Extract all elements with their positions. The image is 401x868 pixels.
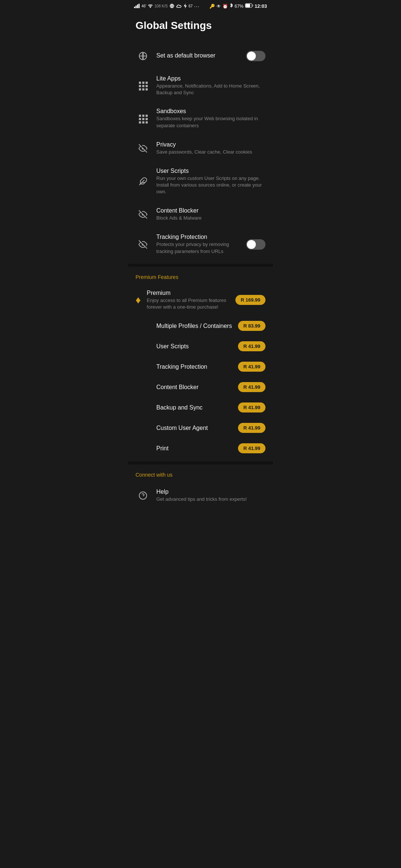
premium-item-print[interactable]: Print R 41.99 (128, 438, 273, 458)
premium-main-subtitle: Enjoy access to all Premium features for… (147, 297, 235, 310)
help-title: Help (156, 489, 265, 495)
vpn-icon (169, 4, 175, 9)
settings-item-content-blocker[interactable]: Content Blocker Block Ads & Malware (128, 201, 273, 228)
custom-user-agent-price[interactable]: R 41.99 (238, 423, 265, 433)
connect-section-label: Connect with us (128, 464, 273, 482)
bluetooth-icon (229, 3, 233, 9)
sandboxes-content: Sandboxes Sandboxes keep your Web browsi… (156, 108, 265, 129)
backup-sync-content: Backup and Sync (156, 404, 238, 411)
sandboxes-title: Sandboxes (156, 108, 265, 115)
tracking-protection-premium-content: Tracking Protection (156, 364, 238, 370)
svg-point-4 (150, 7, 151, 7)
premium-item-user-scripts[interactable]: User Scripts R 41.99 (128, 336, 273, 356)
user-scripts-content: User Scripts Run your own custom User Sc… (156, 168, 265, 195)
privacy-eye-off-icon (136, 141, 150, 156)
puzzle-icon (136, 174, 150, 189)
help-subtitle: Get advanced tips and tricks from expert… (156, 496, 265, 503)
user-scripts-title: User Scripts (156, 168, 265, 174)
section-separator (128, 264, 273, 267)
signal-icon (134, 4, 140, 9)
content-blocker-eye-off-icon (136, 207, 150, 222)
svg-rect-3 (138, 4, 140, 8)
default-browser-toggle[interactable] (246, 51, 265, 61)
globe-icon (136, 49, 150, 63)
backup-sync-title: Backup and Sync (156, 404, 238, 411)
content-blocker-subtitle: Block Ads & Malware (156, 215, 265, 221)
multiple-profiles-title: Multiple Profiles / Containers (156, 323, 238, 329)
tracking-protection-eye-off-icon (136, 237, 150, 252)
user-scripts-premium-price[interactable]: R 41.99 (238, 341, 265, 351)
multiple-profiles-price[interactable]: R 83.99 (238, 321, 265, 331)
key-icon: 🔑 (209, 4, 215, 9)
time: 12:03 (255, 3, 267, 9)
premium-item-main[interactable]: ♦ Premium Enjoy access to all Premium fe… (128, 285, 273, 316)
battery-percent: 67% (235, 4, 244, 9)
battery-icon (245, 3, 253, 9)
premium-item-backup-sync[interactable]: Backup and Sync R 41.99 (128, 397, 273, 418)
settings-item-lite-apps[interactable]: Lite Apps Appearance, Notifications, Add… (128, 69, 273, 102)
premium-section-label: Premium Features (128, 267, 273, 285)
settings-item-user-scripts[interactable]: User Scripts Run your own custom User Sc… (128, 162, 273, 201)
premium-main-title: Premium (147, 290, 235, 296)
settings-item-privacy[interactable]: Privacy Save passwords, Clear cache, Cle… (128, 135, 273, 162)
print-content: Print (156, 445, 238, 452)
content-blocker-title: Content Blocker (156, 207, 265, 214)
timer-icon: 67 (189, 4, 193, 8)
status-bar: 46' 108 K/S (128, 0, 273, 12)
help-content: Help Get advanced tips and tricks from e… (156, 489, 265, 503)
content-blocker-content: Content Blocker Block Ads & Malware (156, 207, 265, 221)
lite-apps-title: Lite Apps (156, 75, 265, 82)
diamond-icon: ♦ (136, 294, 141, 306)
content-blocker-premium-title: Content Blocker (156, 384, 238, 391)
lite-apps-icon (136, 78, 150, 93)
svg-rect-0 (134, 7, 135, 8)
connect-section: Connect with us Help Get advanced tips a… (128, 464, 273, 509)
tracking-protection-premium-price[interactable]: R 41.99 (238, 362, 265, 372)
tracking-protection-premium-title: Tracking Protection (156, 364, 238, 370)
wifi-icon (148, 4, 153, 9)
tracking-protection-title: Tracking Protection (156, 234, 246, 240)
content-blocker-premium-price[interactable]: R 41.99 (238, 382, 265, 392)
settings-list: Set as default browser Lite Apps Appeara… (128, 43, 273, 261)
premium-main-price[interactable]: R 169.99 (235, 295, 265, 305)
network-type: 46' (141, 4, 146, 8)
settings-item-sandboxes[interactable]: Sandboxes Sandboxes keep your Web browsi… (128, 102, 273, 135)
tracking-protection-subtitle: Protects your privacy by removing tracki… (156, 241, 246, 254)
settings-item-default-browser[interactable]: Set as default browser (128, 43, 273, 69)
lite-apps-content: Lite Apps Appearance, Notifications, Add… (156, 75, 265, 96)
custom-user-agent-content: Custom User Agent (156, 425, 238, 431)
settings-item-help[interactable]: Help Get advanced tips and tricks from e… (128, 482, 273, 509)
premium-item-tracking-protection[interactable]: Tracking Protection R 41.99 (128, 356, 273, 377)
eye-status-icon: 👁 (216, 4, 221, 9)
privacy-subtitle: Save passwords, Clear cache, Clear cooki… (156, 149, 265, 155)
user-scripts-premium-title: User Scripts (156, 343, 238, 350)
data-speed: 108 K/S (154, 4, 168, 8)
print-price[interactable]: R 41.99 (238, 443, 265, 453)
alarm-icon: ⏰ (222, 4, 228, 9)
sandboxes-subtitle: Sandboxes keep your Web browsing isolate… (156, 115, 265, 129)
lite-apps-subtitle: Appearance, Notifications, Add to Home S… (156, 83, 265, 96)
settings-item-tracking-protection[interactable]: Tracking Protection Protects your privac… (128, 228, 273, 260)
user-scripts-premium-content: User Scripts (156, 343, 238, 350)
privacy-content: Privacy Save passwords, Clear cache, Cle… (156, 141, 265, 155)
premium-main-content: Premium Enjoy access to all Premium feat… (147, 290, 235, 310)
cloud-icon (176, 4, 182, 9)
premium-item-multiple-profiles[interactable]: Multiple Profiles / Containers R 83.99 (128, 316, 273, 336)
privacy-title: Privacy (156, 141, 265, 148)
content-blocker-premium-content: Content Blocker (156, 384, 238, 391)
svg-rect-8 (245, 4, 250, 7)
premium-item-content-blocker[interactable]: Content Blocker R 41.99 (128, 377, 273, 397)
premium-section: Premium Features ♦ Premium Enjoy access … (128, 267, 273, 458)
more-icon: ··· (194, 3, 200, 9)
status-left: 46' 108 K/S (134, 3, 199, 9)
backup-sync-price[interactable]: R 41.99 (238, 402, 265, 412)
connect-section-separator (128, 461, 273, 464)
bolt-icon (183, 3, 187, 9)
tracking-protection-toggle[interactable] (246, 239, 265, 250)
multiple-profiles-content: Multiple Profiles / Containers (156, 323, 238, 329)
premium-item-custom-user-agent[interactable]: Custom User Agent R 41.99 (128, 418, 273, 438)
default-browser-title: Set as default browser (156, 52, 246, 59)
print-title: Print (156, 445, 238, 452)
custom-user-agent-title: Custom User Agent (156, 425, 238, 431)
help-icon (136, 488, 150, 503)
